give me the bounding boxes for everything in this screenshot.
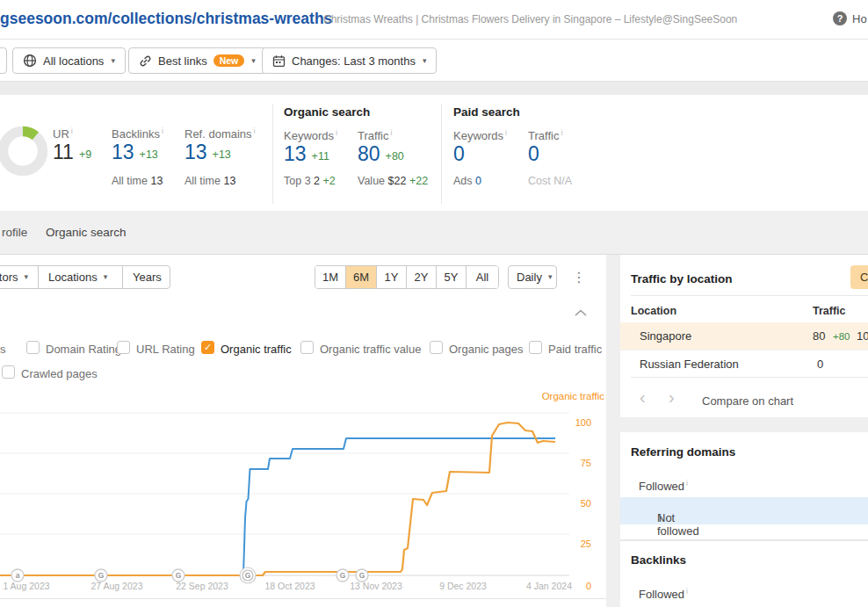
x-label-6: 9 Dec 2023	[439, 581, 487, 591]
info-icon[interactable]: i	[686, 479, 688, 488]
chevron-down-icon: ▾	[251, 57, 256, 65]
target-url-title: gseesoon.com/collections/christmas-wreat…	[0, 10, 332, 28]
info-icon[interactable]: i	[336, 128, 337, 137]
organic-keywords-value: 13	[284, 144, 307, 164]
range-all[interactable]: All	[466, 266, 498, 288]
label-crawled-pages[interactable]: Crawled pages	[21, 367, 98, 380]
checkbox-paid-traffic[interactable]	[529, 341, 542, 354]
checkbox-organic-traffic[interactable]: ✓	[201, 341, 214, 354]
collapse-panel-button[interactable]	[575, 306, 592, 318]
info-icon[interactable]: i	[254, 126, 256, 135]
info-icon[interactable]: i	[659, 511, 662, 524]
range-5y[interactable]: 5Y	[436, 266, 466, 288]
checkbox-crawled-pages[interactable]	[2, 365, 15, 379]
granularity-dropdown[interactable]: Daily ▾	[508, 265, 557, 289]
location-row-russian-federation[interactable]: Russian Federation 0	[620, 350, 868, 377]
time-range-selector: 1M 6M 1Y 2Y 5Y All	[315, 265, 499, 289]
pagination-next-icon[interactable]: ›	[669, 388, 675, 406]
x-label-1: 1 Aug 2023	[3, 581, 49, 591]
ref-domains-value-line[interactable]: 13 +13	[184, 142, 231, 163]
organic-traffic-label: Traffici	[358, 128, 392, 142]
competitors-dropdown[interactable]: tors ▾	[0, 265, 39, 289]
chevron-down-icon: ▾	[423, 57, 427, 65]
location-traffic: 80	[813, 329, 825, 343]
paid-keywords-label: Keywordsi	[453, 128, 507, 142]
help-label: Ho	[852, 12, 867, 25]
chart-pane: tors ▾ Locations ▾ Years 1M 6M 1Y 2Y 5Y …	[0, 255, 606, 607]
years-label: Years	[133, 271, 162, 284]
checkbox-organic-pages[interactable]	[430, 341, 443, 354]
divider	[620, 539, 868, 541]
label-organic-traffic[interactable]: Organic traffic	[221, 343, 292, 356]
label-paid-traffic[interactable]: Paid traffic	[548, 343, 602, 356]
years-button[interactable]: Years	[122, 265, 170, 289]
label-organic-traffic-value[interactable]: Organic traffic value	[320, 343, 421, 356]
y-tick-75: 75	[581, 458, 591, 468]
best-links-dropdown[interactable]: Best links New ▾	[128, 47, 266, 74]
section-tabs: rofile Organic search	[0, 211, 868, 255]
range-2y[interactable]: 2Y	[406, 266, 436, 288]
help-button[interactable]: ? Ho	[833, 11, 867, 25]
svg-text:G: G	[340, 571, 346, 580]
new-badge: New	[213, 54, 245, 68]
chevron-down-icon: ▾	[548, 273, 553, 281]
y-tick-100: 100	[575, 417, 591, 428]
checkbox-url-rating[interactable]	[117, 341, 130, 354]
column-header-traffic[interactable]: Traffic	[813, 305, 846, 317]
referring-domains-not-followed[interactable]: Not followedi	[620, 497, 868, 524]
location-row-singapore[interactable]: Singapore 80 +80 10	[620, 322, 868, 350]
cutoff-button[interactable]	[0, 47, 7, 74]
range-1y[interactable]: 1Y	[376, 266, 406, 288]
checkbox-domain-rating[interactable]	[26, 341, 40, 354]
organic-traffic-chart[interactable]: Organic traffic 100 75 50 25 0 a G	[0, 387, 606, 597]
info-icon[interactable]: i	[561, 128, 562, 137]
x-label-3: 22 Sep 2023	[176, 581, 228, 591]
tab-backlink-profile[interactable]: rofile	[2, 226, 27, 239]
axis-marker-g2[interactable]: G	[172, 569, 184, 582]
info-icon[interactable]: i	[71, 126, 73, 135]
axis-marker-g1[interactable]: G	[95, 569, 107, 582]
y-tick-50: 50	[581, 498, 591, 509]
link-icon	[139, 54, 152, 68]
range-6m-selected[interactable]: 6M	[345, 266, 376, 288]
column-header-location[interactable]: Location	[631, 305, 676, 317]
check-icon: ✓	[204, 343, 212, 352]
location-traffic-change: +80	[833, 331, 850, 342]
referring-domains-followed[interactable]: Followedi	[639, 479, 688, 493]
info-icon[interactable]: i	[162, 126, 163, 135]
locations-dropdown[interactable]: Locations ▾	[38, 265, 123, 289]
all-locations-dropdown[interactable]: All locations ▾	[12, 47, 126, 74]
x-label-7: 4 Jan 2024	[526, 581, 572, 591]
filters-toolbar: All locations ▾ Best links New ▾ Changes…	[0, 40, 868, 82]
range-1m[interactable]: 1M	[315, 266, 345, 288]
backlinks-value: 13	[112, 142, 134, 163]
axis-marker-g4[interactable]: G	[336, 569, 349, 582]
backlinks-value-line[interactable]: 13 +13	[112, 142, 158, 163]
organic-keywords-value-line[interactable]: 13 +11	[284, 144, 329, 164]
label-organic-pages[interactable]: Organic pages	[449, 343, 524, 356]
organic-traffic-value-line[interactable]: 80 +80	[358, 144, 404, 164]
info-icon[interactable]: i	[390, 128, 392, 137]
pagination-prev-icon[interactable]: ‹	[640, 388, 646, 406]
partial-toggle-label: s	[0, 343, 6, 356]
label-domain-rating[interactable]: Domain Rating	[46, 343, 121, 356]
paid-traffic-value-line: 0	[528, 144, 539, 164]
more-options-icon[interactable]: ⋮	[571, 265, 587, 289]
label-url-rating[interactable]: URL Rating	[136, 343, 195, 356]
axis-marker-g5[interactable]: G	[356, 569, 368, 582]
axis-marker-a[interactable]: a	[11, 569, 24, 582]
info-icon[interactable]: i	[686, 587, 688, 596]
axis-marker-g3-highlighted[interactable]: G	[240, 567, 256, 583]
location-action-button[interactable]: C	[850, 265, 868, 289]
organic-value: Value $22 +22	[358, 175, 428, 187]
side-panel: Traffic by location C Location Traffic S…	[620, 255, 868, 607]
changes-period-dropdown[interactable]: Changes: Last 3 months ▾	[262, 47, 437, 74]
tab-organic-search[interactable]: Organic search	[46, 226, 127, 239]
organic-traffic-series-line	[0, 423, 555, 575]
ahrefs-overview-screen: gseesoon.com/collections/christmas-wreat…	[0, 0, 868, 607]
info-icon[interactable]: i	[505, 128, 507, 137]
checkbox-organic-traffic-value[interactable]	[300, 341, 314, 354]
compare-on-chart-link[interactable]: Compare on chart	[702, 394, 793, 408]
backlinks-followed[interactable]: Followedi	[639, 587, 688, 601]
help-icon: ?	[833, 11, 847, 25]
